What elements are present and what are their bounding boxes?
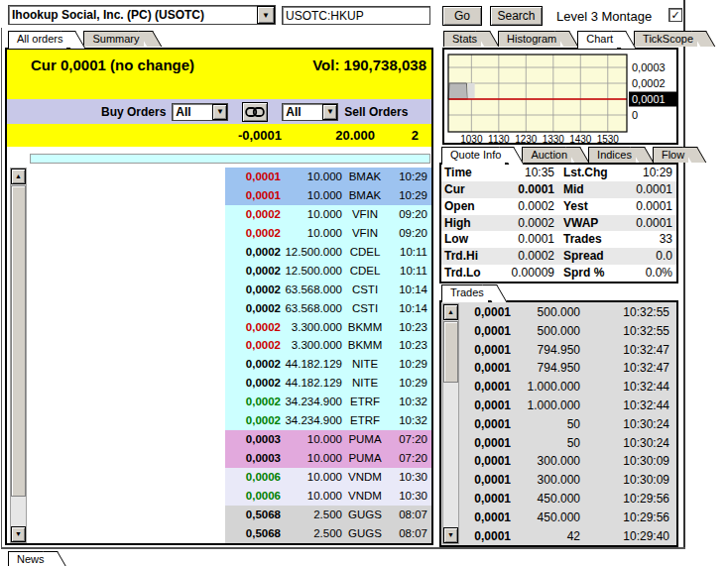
order-time: 10:32 xyxy=(388,411,431,430)
order-time: 10:30 xyxy=(388,487,431,506)
trade-size: 794.950 xyxy=(511,341,580,360)
trades-tabbar: Trades xyxy=(441,284,505,301)
trade-price: 0,0001 xyxy=(461,452,511,471)
montage-tab[interactable]: All orders xyxy=(8,31,66,49)
trade-price: 0,0001 xyxy=(461,378,511,396)
svg-text:1230: 1230 xyxy=(515,134,538,143)
trade-row[interactable]: 0,0001 50 10:30:24 xyxy=(461,434,675,453)
quote-tab[interactable]: Indices xyxy=(588,147,636,163)
order-price: 0,0002 xyxy=(233,374,281,393)
quote-value: 0.0001 xyxy=(620,215,676,232)
order-row[interactable]: 0,5068 2.500 GUGS 08:07 xyxy=(225,506,431,524)
chevron-down-icon[interactable]: ▼ xyxy=(322,104,337,120)
level3-montage-checkbox[interactable]: ✓ xyxy=(668,8,682,22)
trades-tab[interactable]: Trades xyxy=(441,284,488,302)
order-row[interactable]: 0,0002 12.500.000 CDEL 10:11 xyxy=(225,243,431,262)
trade-size: 450.000 xyxy=(511,490,580,509)
quote-tab[interactable]: Quote Info xyxy=(441,147,505,165)
trade-row[interactable]: 0,0001 50 10:30:24 xyxy=(461,415,675,434)
order-row[interactable]: 0,0002 34.234.900 ETRF 10:32 xyxy=(225,411,431,430)
order-row[interactable]: 0,0002 3.300.000 BKMM 10:23 xyxy=(225,336,431,355)
montage-tab[interactable]: Summary xyxy=(83,31,143,47)
trades-scrollbar[interactable]: ▲ ▼ xyxy=(442,303,459,544)
go-button[interactable]: Go xyxy=(442,6,482,26)
trade-row[interactable]: 0,0001 1.000.000 10:32:44 xyxy=(461,378,675,396)
chart-tab[interactable]: Histogram xyxy=(498,31,560,47)
trade-row[interactable]: 0,0001 500.000 10:32:55 xyxy=(461,303,675,322)
order-price: 0,0002 xyxy=(233,393,281,411)
order-row[interactable]: 0,0003 10.000 PUMA 07:20 xyxy=(225,430,431,449)
montage-header: Cur 0,0001 (no change) Vol: 190,738,038 xyxy=(7,50,431,99)
trade-row[interactable]: 0,0001 1.000.000 10:32:44 xyxy=(461,396,675,415)
order-market-maker: CDEL xyxy=(342,243,388,262)
svg-text:0,0001: 0,0001 xyxy=(632,93,666,105)
trade-time: 10:32:44 xyxy=(580,396,675,415)
news-tab[interactable]: News xyxy=(8,551,49,566)
trade-row[interactable]: 0,0001 300.000 10:30:09 xyxy=(461,471,675,490)
chevron-down-icon[interactable]: ▼ xyxy=(257,6,275,24)
trade-row[interactable]: 0,0001 794.950 10:32:47 xyxy=(461,341,675,360)
order-row[interactable]: 0,0002 12.500.000 CDEL 10:11 xyxy=(225,262,431,281)
quote-tab[interactable]: Auction xyxy=(522,147,571,163)
order-row[interactable]: 0,0001 10.000 BMAK 10:29 xyxy=(225,186,431,205)
chevron-down-icon[interactable]: ▼ xyxy=(212,104,227,120)
scroll-up-icon[interactable]: ▲ xyxy=(443,304,458,320)
scroll-down-icon[interactable]: ▼ xyxy=(443,527,458,543)
trade-row[interactable]: 0,0001 500.000 10:32:55 xyxy=(461,322,675,341)
order-row[interactable]: 0,0002 10.000 VFIN 09:20 xyxy=(225,224,431,243)
trade-row[interactable]: 0,0001 300.000 10:30:09 xyxy=(461,452,675,471)
quote-label: Open xyxy=(441,198,495,215)
trade-row[interactable]: 0,0001 450.000 10:29:56 xyxy=(461,490,675,509)
order-market-maker: CSTI xyxy=(342,281,388,299)
trade-time: 10:30:24 xyxy=(580,415,675,434)
order-row[interactable]: 0,0002 63.568.000 CSTI 10:14 xyxy=(225,299,431,318)
quote-label: Trd.Hi xyxy=(441,248,495,265)
scrollbar-thumb[interactable] xyxy=(443,321,458,383)
order-row[interactable]: 0,0002 44.182.129 NITE 10:29 xyxy=(225,374,431,393)
trade-time: 10:29:40 xyxy=(580,527,675,546)
order-row[interactable]: 0,0001 10.000 BMAK 10:29 xyxy=(225,168,431,186)
quote-tab[interactable]: Flow xyxy=(653,147,688,163)
chart-tab[interactable]: Stats xyxy=(443,31,481,47)
trade-row[interactable]: 0,0001 450.000 10:29:56 xyxy=(461,509,675,527)
order-row[interactable]: 0,0002 10.000 VFIN 09:20 xyxy=(225,205,431,224)
scroll-up-icon[interactable]: ▲ xyxy=(11,169,26,184)
order-market-maker: NITE xyxy=(342,355,388,374)
best-size: 20.000 xyxy=(335,128,375,143)
quote-value: 0.0001 xyxy=(620,198,676,215)
order-row[interactable]: 0,0002 44.182.129 NITE 10:29 xyxy=(225,355,431,374)
trade-price: 0,0001 xyxy=(461,359,511,378)
order-row[interactable]: 0,0006 10.000 VNDM 10:30 xyxy=(225,487,431,506)
order-time: 10:32 xyxy=(388,393,431,411)
order-size: 12.500.000 xyxy=(281,262,342,281)
link-filters-button[interactable] xyxy=(242,102,268,122)
order-time: 07:20 xyxy=(388,430,431,449)
order-row[interactable]: 0,0002 34.234.900 ETRF 10:32 xyxy=(225,393,431,411)
symbol-input[interactable] xyxy=(282,6,430,25)
trade-size: 300.000 xyxy=(511,471,580,490)
quote-value: 0.0 xyxy=(620,248,676,265)
trade-row[interactable]: 0,0001 794.950 10:32:47 xyxy=(461,359,675,378)
scrollbar-thumb[interactable] xyxy=(11,185,26,497)
order-row[interactable]: 0,0002 63.568.000 CSTI 10:14 xyxy=(225,281,431,299)
order-row[interactable]: 0,0006 10.000 VNDM 10:30 xyxy=(225,468,431,487)
search-button[interactable]: Search xyxy=(490,6,543,26)
trade-size: 450.000 xyxy=(511,509,580,527)
order-price: 0,0002 xyxy=(233,318,281,337)
order-price: 0,5068 xyxy=(233,506,281,524)
chart-tab[interactable]: Chart xyxy=(577,31,617,49)
chart-tab[interactable]: TickScope xyxy=(634,31,697,47)
order-row[interactable]: 0,5068 2.500 GUGS 08:07 xyxy=(225,524,431,543)
order-row[interactable]: 0,0002 3.300.000 BKMM 10:23 xyxy=(225,318,431,337)
sell-filter-select[interactable]: All ▼ xyxy=(282,103,338,121)
scroll-down-icon[interactable]: ▼ xyxy=(11,526,26,542)
trades-panel: ▲ ▼ 0,0001 500.000 10:32:55 0,0001 500.0… xyxy=(439,300,678,547)
order-row[interactable]: 0,0003 10.000 PUMA 07:20 xyxy=(225,449,431,468)
sell-orders-label: Sell Orders xyxy=(344,105,408,119)
symbol-dropdown[interactable]: Ihookup Social, Inc. (PC) (USOTC) ▼ xyxy=(8,5,276,25)
buy-filter-select[interactable]: All ▼ xyxy=(172,103,228,121)
quote-value: 0.0002 xyxy=(495,215,554,232)
trade-row[interactable]: 0,0001 42 10:29:40 xyxy=(461,527,675,546)
orderbook-scrollbar[interactable]: ▲ ▼ xyxy=(10,168,27,543)
trade-time: 10:32:55 xyxy=(580,303,675,322)
